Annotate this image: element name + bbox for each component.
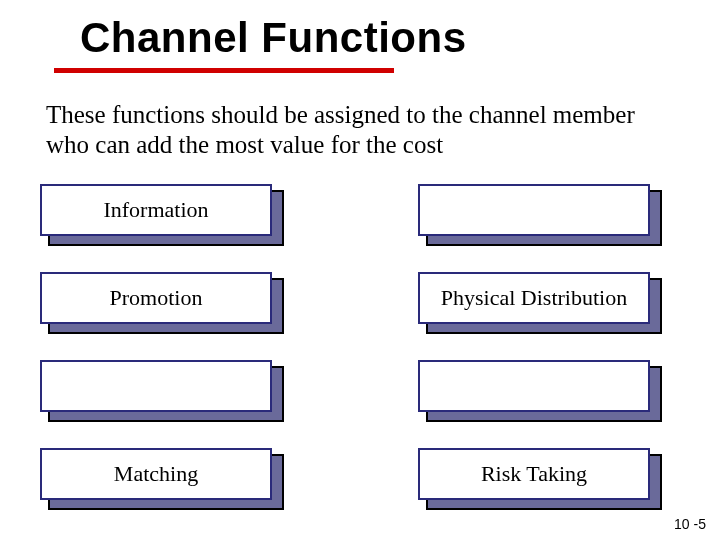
slide: Channel Functions These functions should… — [0, 0, 720, 540]
box-label — [418, 360, 650, 412]
box-label: Promotion — [40, 272, 272, 324]
box-left-3 — [40, 360, 280, 418]
box-label — [418, 184, 650, 236]
title-underline — [54, 68, 394, 73]
box-label: Matching — [40, 448, 272, 500]
page-number: 10 -5 — [674, 516, 706, 532]
box-left-4: Matching — [40, 448, 280, 506]
slide-title: Channel Functions — [80, 14, 467, 62]
box-right-2: Physical Distribution — [418, 272, 658, 330]
box-right-4: Risk Taking — [418, 448, 658, 506]
box-label — [40, 360, 272, 412]
box-right-1 — [418, 184, 658, 242]
boxes-grid: Information Promotion Matching — [40, 184, 680, 500]
box-label: Information — [40, 184, 272, 236]
box-label: Physical Distribution — [418, 272, 650, 324]
box-left-1: Information — [40, 184, 280, 242]
slide-subtitle: These functions should be assigned to th… — [46, 100, 674, 160]
box-left-2: Promotion — [40, 272, 280, 330]
box-label: Risk Taking — [418, 448, 650, 500]
box-right-3 — [418, 360, 658, 418]
